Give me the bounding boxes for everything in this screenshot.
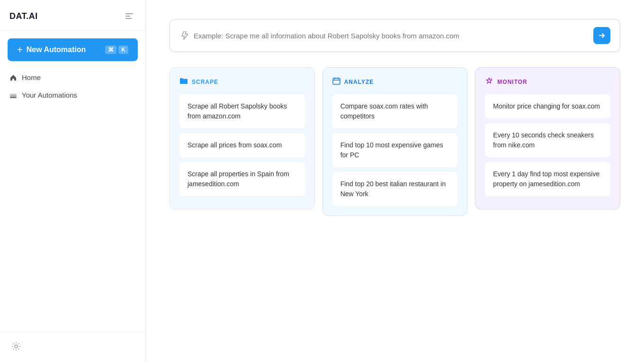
scrape-label: SCRAPE	[192, 79, 218, 85]
settings-button[interactable]	[9, 340, 23, 354]
sparkles-icon	[485, 77, 493, 87]
lightning-icon	[179, 31, 188, 40]
svg-rect-1	[125, 16, 130, 17]
scrape-item-2[interactable]: Scrape all properties in Spain from jame…	[179, 162, 305, 196]
cmd-key: ⌘	[105, 45, 116, 54]
scrape-items: Scrape all Robert Sapolsky books from am…	[179, 94, 305, 196]
monitor-item-1[interactable]: Every 10 seconds check sneakers from nik…	[485, 123, 610, 157]
new-automation-label: New Automation	[27, 45, 86, 54]
svg-point-11	[491, 78, 492, 79]
svg-rect-7	[333, 78, 340, 84]
search-input[interactable]	[194, 32, 593, 40]
app-logo: DAT.AI	[9, 11, 38, 21]
svg-point-12	[487, 83, 488, 84]
home-label: Home	[22, 73, 41, 81]
sidebar-item-home[interactable]: Home	[0, 69, 145, 86]
analyze-item-0[interactable]: Compare soax.com rates with competitors	[332, 94, 458, 128]
analyze-items: Compare soax.com rates with competitors …	[332, 94, 458, 206]
layers-icon	[9, 91, 17, 99]
analyze-card: ANALYZE Compare soax.com rates with comp…	[322, 67, 468, 216]
search-icon-wrapper	[179, 31, 188, 40]
analyze-item-1[interactable]: Find top 10 most expensive games for PC	[332, 133, 458, 167]
monitor-card-header: MONITOR	[485, 77, 610, 87]
search-submit-button[interactable]	[593, 27, 610, 44]
svg-rect-2	[125, 18, 132, 19]
analyze-card-header: ANALYZE	[332, 77, 458, 87]
analyze-item-2[interactable]: Find top 20 best italian restaurant in N…	[332, 172, 458, 206]
arrow-right-icon	[598, 32, 606, 39]
automations-label: Your Automations	[22, 91, 77, 99]
gear-icon	[11, 342, 21, 351]
analyze-label: ANALYZE	[344, 79, 374, 85]
monitor-items: Monitor price changing for soax.com Ever…	[485, 94, 610, 196]
calendar-icon	[332, 77, 340, 87]
scrape-card: SCRAPE Scrape all Robert Sapolsky books …	[170, 67, 315, 209]
monitor-label: MONITOR	[497, 79, 527, 85]
plus-icon: +	[17, 45, 23, 54]
k-key: K	[118, 45, 128, 54]
monitor-card: MONITOR Monitor price changing for soax.…	[475, 67, 620, 209]
main-content: SCRAPE Scrape all Robert Sapolsky books …	[146, 0, 644, 362]
sidebar-footer	[0, 332, 145, 362]
svg-rect-0	[125, 13, 133, 14]
folder-icon	[179, 77, 188, 87]
sidebar: DAT.AI + New Automation ⌘ K Home	[0, 0, 146, 362]
scrape-item-0[interactable]: Scrape all Robert Sapolsky books from am…	[179, 94, 305, 128]
svg-rect-5	[10, 97, 17, 98]
new-automation-button[interactable]: + New Automation ⌘ K	[8, 38, 138, 61]
home-icon	[9, 74, 17, 81]
svg-point-6	[15, 345, 18, 348]
sidebar-item-automations[interactable]: Your Automations	[0, 86, 145, 104]
sidebar-nav: Home Your Automations	[0, 65, 145, 108]
scrape-card-header: SCRAPE	[179, 77, 305, 87]
panel-icon	[125, 11, 134, 21]
sidebar-toggle-button[interactable]	[123, 9, 136, 23]
search-bar	[170, 19, 620, 52]
scrape-item-1[interactable]: Scrape all prices from soax.com	[179, 133, 305, 157]
sidebar-header: DAT.AI	[0, 0, 145, 31]
svg-rect-3	[10, 94, 17, 95]
cards-container: SCRAPE Scrape all Robert Sapolsky books …	[170, 67, 620, 216]
monitor-item-2[interactable]: Every 1 day find top most expensive prop…	[485, 162, 610, 196]
keyboard-shortcuts: ⌘ K	[105, 45, 128, 54]
monitor-item-0[interactable]: Monitor price changing for soax.com	[485, 94, 610, 118]
svg-rect-4	[10, 95, 17, 97]
